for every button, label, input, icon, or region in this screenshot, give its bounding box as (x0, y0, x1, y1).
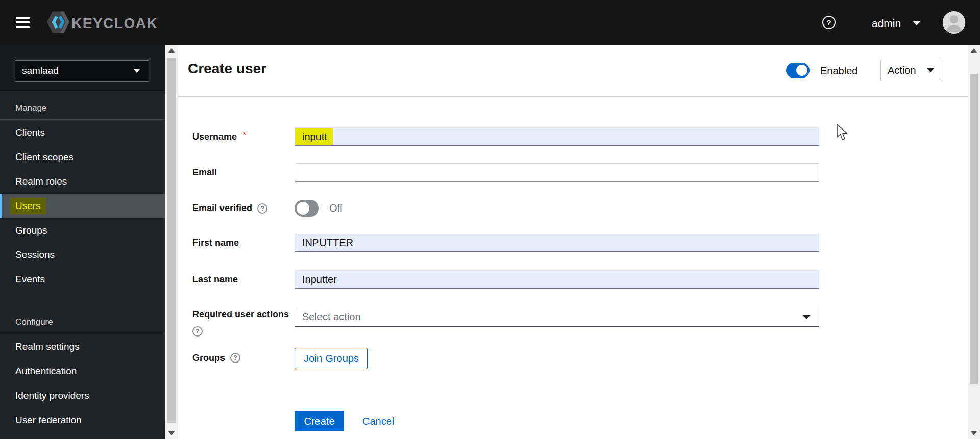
create-button[interactable]: Create (295, 411, 344, 431)
username-value-highlighted: inputt (295, 128, 333, 145)
username-row: Username * inputt (178, 127, 968, 146)
email-verified-row: Email verified ? Off (178, 200, 968, 217)
sidebar-scrollbar[interactable] (165, 45, 178, 439)
help-question-icon[interactable]: ? (192, 326, 203, 337)
first-name-input[interactable]: INPUTTER (295, 234, 819, 252)
realm-selector-value: samlaad (22, 65, 59, 76)
nav-divider (0, 119, 165, 120)
cancel-link[interactable]: Cancel (362, 411, 394, 431)
scroll-up-icon[interactable] (970, 48, 977, 53)
last-name-label: Last name (192, 270, 238, 289)
username-label: Username * (192, 127, 247, 146)
keycloak-logo[interactable]: KEYCLOAK (46, 10, 158, 37)
select-placeholder: Select action (302, 311, 361, 323)
sidebar-item-sessions[interactable]: Sessions (0, 243, 165, 267)
masthead: KEYCLOAK ? admin (0, 0, 980, 45)
chevron-down-icon (913, 21, 920, 25)
last-name-row: Last name Inputter (178, 270, 968, 289)
username-input[interactable]: inputt (295, 127, 819, 146)
enabled-toggle-label: Enabled (820, 65, 857, 77)
groups-row: Groups ? Join Groups (178, 348, 968, 368)
required-user-actions-row: Required user actions ? Select action (178, 307, 968, 327)
scroll-down-icon[interactable] (168, 431, 175, 435)
email-verified-label: Email verified ? (192, 200, 267, 217)
avatar[interactable] (943, 11, 965, 34)
required-user-actions-label: Required user actions ? (192, 308, 289, 337)
first-name-row: First name INPUTTER (178, 234, 968, 252)
brand-wordmark: KEYCLOAK (71, 15, 158, 32)
help-question-icon[interactable]: ? (257, 203, 267, 214)
sidebar-item-clients[interactable]: Clients (0, 120, 165, 145)
sidebar-item-authentication[interactable]: Authentication (0, 359, 165, 383)
form-actions-row: Create Cancel (178, 411, 968, 431)
keycloak-logo-icon (46, 10, 70, 37)
sidebar-nav: samlaad Manage Clients Client scopes Rea… (0, 45, 165, 439)
first-name-value: INPUTTER (295, 237, 353, 249)
groups-label: Groups ? (192, 348, 240, 368)
user-dropdown-label: admin (872, 17, 901, 30)
help-question-icon[interactable]: ? (230, 353, 240, 363)
email-input[interactable] (295, 163, 819, 182)
scroll-down-icon[interactable] (970, 431, 977, 435)
help-icon[interactable]: ? (822, 16, 836, 29)
email-label: Email (192, 163, 217, 182)
main-content: Create user Enabled Action Username * in… (178, 45, 968, 439)
email-verified-toggle[interactable] (295, 200, 319, 217)
scrollbar-thumb[interactable] (167, 58, 176, 423)
scroll-up-icon[interactable] (168, 48, 175, 53)
chevron-down-icon (927, 68, 934, 72)
email-verified-state-label: Off (329, 200, 342, 217)
sidebar-item-events[interactable]: Events (0, 267, 165, 292)
action-dropdown-label: Action (888, 65, 916, 76)
scrollbar-thumb[interactable] (970, 74, 978, 384)
sidebar-item-client-scopes[interactable]: Client scopes (0, 145, 165, 169)
nav-divider (0, 333, 165, 333)
page-title: Create user (188, 61, 266, 77)
sidebar-item-identity-providers[interactable]: Identity providers (0, 383, 165, 408)
realm-selector[interactable]: samlaad (15, 60, 149, 82)
header-divider (178, 96, 968, 97)
required-user-actions-select[interactable]: Select action (295, 307, 819, 327)
chevron-down-icon (133, 69, 140, 73)
sidebar-item-realm-settings[interactable]: Realm settings (0, 334, 165, 359)
nav-section-manage: Manage (0, 101, 165, 115)
action-dropdown[interactable]: Action (880, 60, 942, 81)
chevron-down-icon (803, 315, 810, 319)
page-scrollbar[interactable] (968, 45, 980, 439)
hamburger-menu-icon[interactable] (16, 17, 30, 29)
app-window: KEYCLOAK ? admin samlaad Manage (0, 0, 980, 439)
sidebar-item-groups[interactable]: Groups (0, 218, 165, 243)
sidebar-item-users[interactable]: Users (0, 194, 165, 218)
email-row: Email (178, 163, 968, 182)
first-name-label: First name (192, 234, 239, 252)
nav-section-configure: Configure (0, 315, 165, 329)
realm-selector-area: samlaad (0, 45, 165, 91)
sidebar-item-users-highlight: Users (10, 198, 46, 214)
last-name-value: Inputter (295, 274, 337, 286)
user-dropdown[interactable]: admin (872, 17, 920, 30)
join-groups-button[interactable]: Join Groups (295, 348, 368, 369)
sidebar-item-user-federation[interactable]: User federation (0, 408, 165, 432)
required-asterisk: * (243, 130, 247, 140)
sidebar-item-realm-roles[interactable]: Realm roles (0, 169, 165, 194)
last-name-input[interactable]: Inputter (295, 270, 819, 289)
enabled-toggle[interactable] (786, 63, 810, 78)
